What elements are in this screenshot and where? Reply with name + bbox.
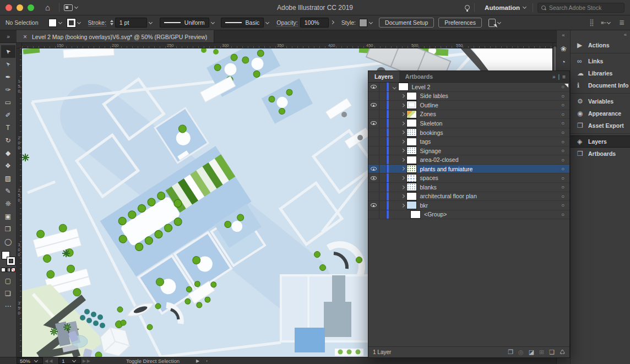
touch-workspace-icon[interactable] <box>488 19 496 27</box>
expand-chevron-icon[interactable] <box>401 176 404 180</box>
document-tab[interactable]: × Level 2 Map (booking overlays)V6.svg* … <box>17 30 214 42</box>
layer-target-circle[interactable]: ○ <box>561 93 564 99</box>
layer-row[interactable]: plants and furniature○ <box>368 165 569 174</box>
symbol-sprayer-tool[interactable]: ❊ <box>1 197 15 210</box>
panel-sidebar-icon[interactable]: » <box>552 74 556 80</box>
edit-toolbar-icon[interactable]: ⋯ <box>1 300 15 312</box>
home-icon[interactable]: ⌂ <box>45 3 50 12</box>
layer-target-circle[interactable]: ○ <box>561 184 564 190</box>
expand-chevron-icon[interactable] <box>401 194 404 198</box>
layer-lock-cell[interactable] <box>379 201 387 210</box>
layer-visibility-toggle[interactable] <box>368 173 379 182</box>
layer-visibility-toggle[interactable] <box>368 119 379 128</box>
chevron-down-icon[interactable] <box>265 20 269 24</box>
expand-chevron-icon[interactable] <box>401 94 404 97</box>
layer-target-circle[interactable]: ○ <box>561 202 564 208</box>
close-window-button[interactable] <box>6 4 12 11</box>
color-panel-icon[interactable]: ❀ <box>558 43 569 55</box>
chevron-down-icon[interactable] <box>211 20 215 24</box>
pen-tool[interactable]: ✒ <box>1 70 15 83</box>
layer-visibility-toggle[interactable] <box>368 92 379 101</box>
type-tool[interactable]: T <box>1 121 15 134</box>
chevron-down-icon[interactable] <box>369 20 373 24</box>
expand-chevron-icon[interactable] <box>401 158 404 161</box>
expand-chevron-icon[interactable] <box>401 167 404 171</box>
expand-chevron-icon[interactable] <box>401 140 404 143</box>
width-profile-dropdown[interactable]: Uniform <box>160 18 209 28</box>
collect-for-export-icon[interactable]: ❐ <box>508 349 513 356</box>
panel-item-appearance[interactable]: ◉Appearance <box>571 107 630 119</box>
expand-chevron-icon[interactable] <box>401 204 404 207</box>
collapse-dock-icon[interactable]: « <box>557 30 570 41</box>
next-artboard-icon[interactable]: ▶▶ <box>83 358 91 363</box>
layer-lock-cell[interactable] <box>379 92 387 101</box>
layer-lock-cell[interactable] <box>379 83 387 91</box>
direct-selection-tool[interactable]: ➢ <box>1 58 15 70</box>
layer-lock-cell[interactable] <box>379 183 387 192</box>
brush-dropdown[interactable]: Basic <box>221 18 264 28</box>
make-clipping-mask-icon[interactable]: ◪ <box>529 349 534 356</box>
layer-visibility-toggle[interactable] <box>368 155 379 164</box>
stroke-color-box[interactable] <box>7 257 15 265</box>
grid-dots-icon[interactable]: ⣿ <box>589 19 594 26</box>
chevron-down-icon[interactable] <box>74 5 78 9</box>
layer-visibility-toggle[interactable] <box>368 137 379 146</box>
panel-item-artboards[interactable]: ❒Artboards <box>571 148 630 160</box>
layer-row[interactable]: tags○ <box>368 137 569 146</box>
layer-row[interactable]: bookings○ <box>368 128 569 138</box>
stock-search[interactable] <box>537 3 624 13</box>
chevron-right-icon[interactable] <box>330 20 334 24</box>
tab-layers[interactable]: Layers <box>368 71 399 82</box>
layer-row[interactable]: architectural floor plan○ <box>368 192 569 202</box>
stroke-swatch[interactable] <box>67 19 75 27</box>
opacity-label[interactable]: Opacity: <box>276 19 298 26</box>
chevron-down-icon[interactable] <box>58 20 62 24</box>
rotate-tool[interactable]: ↻ <box>1 134 15 146</box>
panel-item-libraries[interactable]: ☁Libraries <box>571 67 630 79</box>
chevron-down-icon[interactable] <box>77 20 81 24</box>
panel-list-icon[interactable]: ≣ <box>619 19 624 26</box>
artboard-number-dropdown[interactable]: 1 <box>58 357 80 364</box>
gradient-button[interactable] <box>6 268 10 272</box>
layer-visibility-toggle[interactable] <box>368 83 379 91</box>
layer-lock-cell[interactable] <box>379 192 387 201</box>
panel-item-asset-export[interactable]: ❐Asset Export <box>571 119 630 132</box>
layer-lock-cell[interactable] <box>379 110 387 119</box>
layer-row[interactable]: Level 2○ <box>368 83 569 92</box>
layer-visibility-toggle[interactable] <box>368 192 379 201</box>
opacity-field[interactable]: 100% <box>300 18 329 28</box>
layer-target-circle[interactable]: ○ <box>561 120 564 126</box>
chevron-down-icon[interactable] <box>497 20 501 24</box>
expand-chevron-icon[interactable] <box>401 149 404 152</box>
panel-item-layers[interactable]: ◈Layers <box>571 135 630 148</box>
expand-chevron-icon[interactable] <box>401 112 404 116</box>
eraser-tool[interactable]: ◆ <box>1 146 15 159</box>
layer-visibility-toggle[interactable] <box>368 165 379 173</box>
zoom-window-button[interactable] <box>28 4 34 11</box>
layer-target-circle[interactable]: ○ <box>561 193 564 199</box>
style-swatch[interactable] <box>359 19 367 27</box>
layer-lock-cell[interactable] <box>379 165 387 173</box>
expand-chevron-icon[interactable] <box>393 85 396 89</box>
layer-target-circle[interactable]: ○ <box>561 148 564 154</box>
layer-lock-cell[interactable] <box>379 173 387 182</box>
curvature-tool[interactable]: ✑ <box>1 83 15 96</box>
stroke-weight-field[interactable]: 1 pt <box>115 18 147 28</box>
layer-visibility-toggle[interactable] <box>368 110 379 119</box>
layer-row[interactable]: area-02-closed○ <box>368 155 569 165</box>
collapse-panels-icon[interactable]: « <box>624 32 627 37</box>
expand-chevron-icon[interactable] <box>401 186 404 189</box>
panel-item-document-info[interactable]: ℹDocument Info <box>571 79 630 91</box>
align-panel-icon[interactable]: ⇤ <box>601 19 612 26</box>
gradient-tool[interactable]: ▨ <box>1 172 15 184</box>
tab-artboards[interactable]: Artboards <box>399 71 439 82</box>
layer-visibility-toggle[interactable] <box>368 201 379 210</box>
symbols-tool[interactable]: ▣ <box>1 210 15 222</box>
first-artboard-icon[interactable]: ◀◀ <box>45 358 53 363</box>
layer-lock-cell[interactable] <box>379 155 387 164</box>
layer-row[interactable]: bkr○ <box>368 201 569 210</box>
layer-target-circle[interactable]: ○ <box>561 84 564 90</box>
layer-row[interactable]: <Group>○ <box>368 210 569 220</box>
discover-lightbulb-icon[interactable] <box>465 5 470 10</box>
close-tab-icon[interactable]: × <box>23 33 27 41</box>
